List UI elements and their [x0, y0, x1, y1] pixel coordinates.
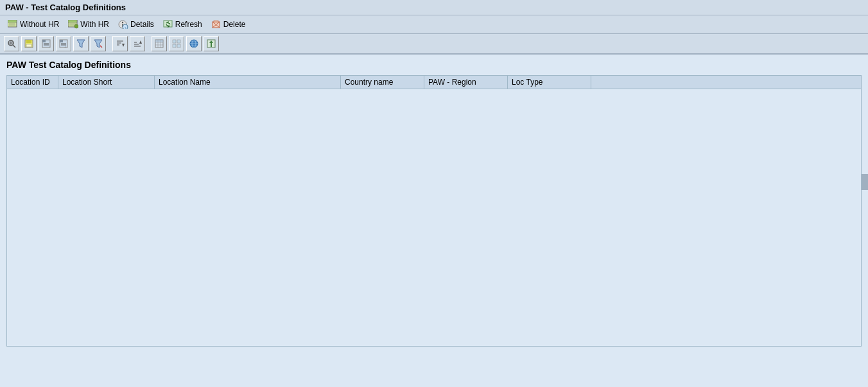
without-hr-label: Without HR	[20, 20, 59, 29]
export-button[interactable]	[204, 36, 219, 51]
col-header-location-short: Location Short	[58, 76, 155, 89]
grid-view-button[interactable]	[169, 36, 184, 51]
with-hr-label: With HR	[80, 20, 109, 29]
svg-rect-53	[177, 40, 180, 43]
svg-text:+: +	[125, 26, 127, 29]
menu-bar: Without HR With HR + Details	[0, 15, 868, 34]
title-bar: PAW - Test Catalog Definitions	[0, 0, 868, 15]
details-button[interactable]: + Details	[114, 17, 158, 31]
local-load-button[interactable]: ↓	[56, 36, 71, 51]
col-header-location-name: Location Name	[155, 76, 341, 89]
sort-button[interactable]	[112, 36, 128, 51]
svg-rect-25	[26, 44, 31, 47]
without-hr-icon	[8, 19, 18, 30]
svg-point-10	[122, 22, 123, 23]
svg-point-8	[74, 24, 78, 28]
without-hr-button[interactable]: Without HR	[4, 17, 63, 31]
svg-rect-24	[26, 40, 31, 43]
svg-rect-1	[8, 20, 17, 22]
svg-rect-52	[173, 40, 176, 43]
svg-rect-54	[173, 44, 176, 47]
col-header-location-id: Location ID	[7, 76, 58, 89]
save-toolbar-button[interactable]	[21, 36, 37, 51]
refresh-label: Refresh	[175, 20, 202, 29]
svg-marker-35	[77, 40, 85, 47]
svg-rect-18	[214, 21, 218, 22]
vertical-scrollbar[interactable]	[862, 174, 868, 190]
col-header-loc-type: Loc Type	[508, 76, 591, 89]
sort2-button[interactable]	[130, 36, 145, 51]
toolbar: ↓	[0, 34, 868, 55]
delete-label: Delete	[223, 20, 246, 29]
svg-rect-51	[155, 40, 163, 42]
globe-button[interactable]	[186, 36, 202, 51]
svg-rect-5	[68, 20, 77, 22]
data-grid: Location ID Location Short Location Name…	[6, 75, 862, 347]
filter2-button[interactable]	[91, 36, 106, 51]
svg-line-20	[13, 45, 15, 47]
refresh-icon	[163, 19, 173, 30]
svg-rect-27	[42, 40, 46, 42]
svg-line-37	[100, 46, 102, 47]
find-toolbar-button[interactable]	[4, 36, 19, 51]
details-label: Details	[130, 20, 154, 29]
svg-rect-55	[177, 44, 180, 47]
svg-rect-31	[60, 40, 63, 42]
grid-header: Location ID Location Short Location Name…	[7, 76, 861, 89]
col-header-paw-region: PAW - Region	[424, 76, 508, 89]
filter-button[interactable]	[73, 36, 89, 51]
svg-marker-45	[139, 40, 142, 44]
grid-body	[7, 89, 861, 346]
delete-icon	[211, 19, 221, 30]
svg-text:↓: ↓	[64, 44, 66, 48]
title-text: PAW - Test Catalog Definitions	[5, 3, 126, 12]
refresh-button[interactable]: Refresh	[159, 17, 206, 31]
page-title: PAW Test Catalog Definitions	[6, 60, 862, 70]
details-icon: +	[118, 19, 128, 30]
delete-button[interactable]: Delete	[207, 17, 250, 31]
content-area: PAW Test Catalog Definitions Location ID…	[0, 55, 868, 387]
col-header-country-name: Country name	[341, 76, 424, 89]
load-button[interactable]	[39, 36, 54, 51]
svg-marker-41	[122, 44, 125, 47]
with-hr-icon	[68, 19, 78, 30]
with-hr-button[interactable]: With HR	[64, 17, 113, 31]
table-view-button[interactable]	[152, 36, 167, 51]
